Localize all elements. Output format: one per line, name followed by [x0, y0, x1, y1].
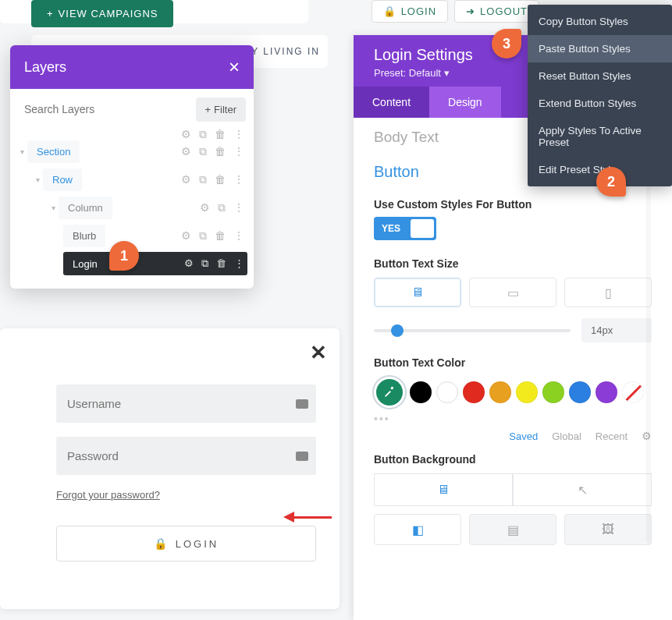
trash-icon[interactable]: 🗑: [216, 257, 226, 270]
forgot-password-link[interactable]: Forgot your password?: [56, 489, 316, 501]
chevron-down-icon[interactable]: ▾: [16, 147, 27, 156]
callout-3-num: 3: [503, 36, 510, 52]
color-swatch[interactable]: [596, 381, 617, 403]
color-swatch[interactable]: [463, 381, 485, 403]
password-field[interactable]: [56, 437, 316, 475]
slider-thumb[interactable]: [391, 324, 404, 337]
toggle-knob: [411, 219, 434, 238]
duplicate-icon[interactable]: ⧉: [201, 257, 208, 270]
duplicate-icon[interactable]: ⧉: [199, 145, 207, 158]
kebab-icon[interactable]: ⋮: [234, 257, 244, 270]
layers-title: Layers: [24, 59, 66, 76]
callout-2: 2: [596, 167, 626, 197]
gear-icon[interactable]: ⚙: [181, 145, 191, 158]
more-icon[interactable]: •••: [374, 413, 652, 425]
login-top-button[interactable]: 🔒 LOGIN: [372, 0, 448, 23]
device-phone[interactable]: ▯: [564, 278, 652, 307]
use-custom-toggle[interactable]: YES: [374, 217, 436, 240]
bg-state-default[interactable]: 🖥: [374, 473, 513, 506]
gear-icon[interactable]: ⚙: [181, 173, 191, 186]
view-campaigns-button[interactable]: + VIEW CAMPAIGNS: [31, 0, 173, 27]
trash-icon[interactable]: 🗑: [215, 145, 226, 158]
tab-design[interactable]: Design: [429, 87, 501, 118]
fill-icon: ◧: [412, 523, 424, 537]
device-desktop[interactable]: 🖥: [374, 278, 461, 307]
login-top-label: LOGIN: [401, 5, 436, 17]
ctx-apply-preset[interactable]: Apply Styles To Active Preset: [528, 117, 672, 156]
close-icon[interactable]: ✕: [310, 341, 327, 365]
button-section-title: Button: [374, 163, 419, 181]
text-size-value[interactable]: 14px: [581, 318, 652, 342]
callout-1-num: 1: [120, 248, 128, 264]
chevron-down-icon[interactable]: ▾: [32, 175, 43, 184]
close-icon[interactable]: ×: [229, 56, 240, 78]
tree-row-row[interactable]: ▾ Row ⚙ ⧉ 🗑 ⋮: [16, 165, 247, 193]
logout-top-button[interactable]: ➜ LOGOUT: [454, 0, 539, 23]
kebab-icon[interactable]: ⋮: [233, 173, 244, 186]
filter-button[interactable]: + Filter: [196, 97, 246, 122]
color-swatch[interactable]: [569, 381, 591, 403]
device-tablet[interactable]: ▭: [469, 278, 556, 307]
toggle-yes-label: YES: [374, 223, 408, 234]
tree-row-column[interactable]: ▾ Column ⚙ ⧉ ⋮: [16, 193, 247, 221]
eyedropper-icon: [383, 386, 396, 399]
login-body: Forgot your password? 🔒 LOGIN: [0, 328, 340, 562]
chevron-down-icon[interactable]: ▾: [48, 204, 59, 212]
callout-3: 3: [492, 29, 521, 58]
gear-icon[interactable]: ⚙: [184, 257, 194, 270]
trash-icon[interactable]: 🗑: [215, 229, 226, 243]
ctx-extend-styles[interactable]: Extend Button Styles: [528, 90, 672, 117]
row-label[interactable]: Row: [43, 168, 82, 191]
ctx-paste-styles[interactable]: Paste Button Styles: [528, 35, 672, 62]
username-field[interactable]: [56, 384, 316, 423]
color-swatch[interactable]: [542, 381, 564, 403]
duplicate-icon[interactable]: ⧉: [199, 229, 207, 243]
text-size-slider[interactable]: [374, 329, 571, 332]
color-tab-saved[interactable]: Saved: [509, 430, 538, 442]
color-tab-recent[interactable]: Recent: [596, 430, 628, 442]
button-bg-label: Button Background: [374, 453, 652, 466]
scrollbar[interactable]: [646, 185, 651, 544]
gear-icon[interactable]: ⚙: [181, 229, 191, 243]
blurb-label[interactable]: Blurb: [63, 225, 105, 247]
gear-icon[interactable]: ⚙: [200, 201, 210, 214]
duplicate-icon[interactable]: ⧉: [199, 173, 207, 186]
tree-row-section[interactable]: ▾ Section ⚙ ⧉ 🗑 ⋮: [16, 137, 247, 165]
color-swatch[interactable]: [436, 381, 458, 403]
color-tab-global[interactable]: Global: [552, 430, 581, 442]
gradient-icon: ▤: [507, 523, 519, 537]
kebab-icon[interactable]: ⋮: [233, 229, 244, 243]
section-label[interactable]: Section: [27, 140, 80, 163]
trash-icon[interactable]: 🗑: [215, 173, 226, 186]
duplicate-icon[interactable]: ⧉: [218, 201, 226, 214]
text-size-slider-row: 14px: [374, 318, 652, 342]
tab-content[interactable]: Content: [354, 87, 429, 118]
login-form-card: ✕ Forgot your password? 🔒 LOGIN: [0, 328, 340, 609]
bg-type-gradient[interactable]: ▤: [469, 514, 556, 545]
callout-2-num: 2: [607, 174, 615, 190]
ctx-copy-styles[interactable]: Copy Button Styles: [528, 8, 672, 35]
color-swatch[interactable]: [516, 381, 538, 403]
bg-type-color[interactable]: ◧: [374, 514, 461, 545]
kebab-icon[interactable]: ⋮: [233, 145, 244, 158]
cursor-icon: ↖: [578, 483, 588, 498]
bg-state-hover[interactable]: ↖: [513, 473, 652, 506]
keyboard-icon: [296, 452, 308, 461]
color-swatch[interactable]: [410, 381, 432, 403]
preset-label: Preset: Default: [374, 67, 441, 79]
ctx-reset-styles[interactable]: Reset Button Styles: [528, 62, 672, 90]
tree-actions: ⚙ ⧉ ⋮: [200, 201, 244, 214]
bg-type-tabs: ◧ ▤ 🖼: [374, 514, 652, 545]
column-label[interactable]: Column: [59, 197, 112, 219]
color-swatch[interactable]: [489, 381, 511, 403]
layers-search-row: + Filter: [10, 89, 254, 129]
login-module-label[interactable]: Login ⚙ ⧉ 🗑 ⋮: [63, 252, 247, 275]
color-swatch-none[interactable]: [622, 381, 644, 403]
color-swatch-active[interactable]: [374, 377, 405, 408]
login-button[interactable]: 🔒 LOGIN: [56, 526, 316, 562]
text-color-label: Button Text Color: [374, 356, 652, 369]
search-input[interactable]: [18, 95, 190, 123]
bg-type-image[interactable]: 🖼: [564, 514, 652, 545]
tablet-icon: ▭: [507, 285, 519, 300]
kebab-icon[interactable]: ⋮: [233, 201, 244, 214]
